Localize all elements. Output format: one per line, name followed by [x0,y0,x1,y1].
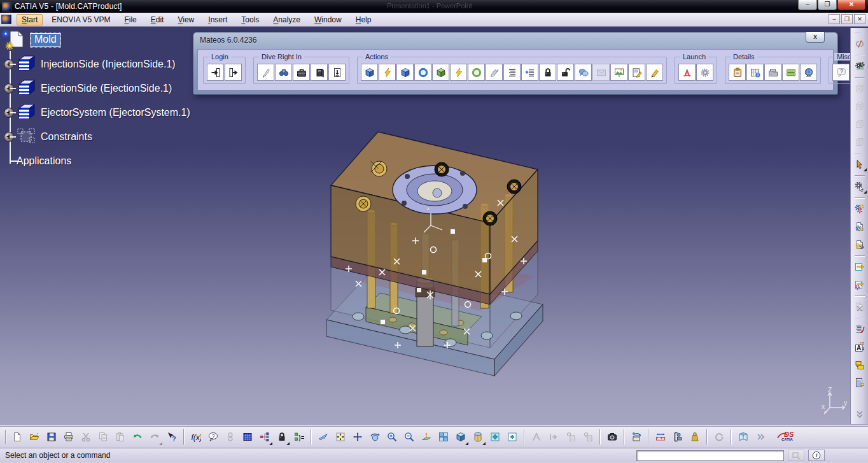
gear-gray-button[interactable] [696,64,713,81]
login-button[interactable] [207,64,224,81]
catalog-box-1-button[interactable] [852,81,867,96]
fit-all-button[interactable] [332,429,349,446]
menu-item-view[interactable]: View [172,14,199,25]
pencil-gray-button[interactable] [486,64,503,81]
menu-item-analyze[interactable]: Analyze [268,14,305,25]
constraint-eq-button[interactable]: }= [290,429,307,446]
mdi-close-button[interactable]: ✕ [854,14,865,24]
new-file-button[interactable] [8,429,25,446]
minimize-button[interactable]: – [798,0,817,10]
book-door-button[interactable] [311,64,328,81]
tree-structure-button[interactable] [256,429,273,446]
launch-a-button[interactable] [678,64,696,81]
dock-window-button[interactable] [788,450,804,461]
table-info-button[interactable]: i [746,64,764,81]
annotation-a15-button[interactable]: A15 [852,339,867,355]
viewport-3d[interactable]: z Mold + InjectionSide (InjectionSide.1)… [0,27,868,425]
binoculars-button[interactable] [275,64,292,81]
menu-item-start[interactable]: Start [17,14,43,25]
picture-button[interactable] [610,64,627,81]
globe-button[interactable] [800,64,817,81]
whats-this-button[interactable]: ? [163,429,180,446]
tree-node-ejectionside[interactable]: + EjectionSide (EjectionSide.1) [4,79,172,98]
select-arrow-button[interactable] [852,157,867,172]
gears-green-button[interactable] [852,59,867,74]
tree-node-constraints[interactable]: + Constraints [4,127,92,146]
camera-button[interactable] [603,429,620,446]
swap-visible-button[interactable] [503,429,521,446]
pan-button[interactable] [349,429,366,446]
info-status-button[interactable]: i [808,450,825,461]
normal-view-button[interactable] [417,429,435,446]
iso-view-button[interactable] [452,429,469,446]
save-button[interactable] [43,429,60,446]
gear-doc-blue-button[interactable] [852,219,867,234]
chat-button[interactable] [575,64,592,81]
bolt-button[interactable] [379,64,396,81]
cube-blue-button[interactable] [361,64,378,81]
bars-green-button[interactable] [782,64,799,81]
folders-yellow-button[interactable] [852,357,867,373]
restore-button[interactable]: ❐ [818,0,837,10]
lock-closed-button[interactable] [539,64,556,81]
menu-item-tools[interactable]: Tools [236,14,264,25]
tree-root-mold[interactable]: Mold [1,29,60,51]
close-button[interactable]: ✕ [837,0,865,10]
catalog-box-3-button[interactable] [852,117,867,132]
copy-list-a-button[interactable] [562,429,579,446]
cut-button[interactable] [77,429,94,446]
toolbar-grip[interactable] [5,430,6,444]
snap-angle-button[interactable] [528,429,545,446]
multi-view-button[interactable] [435,429,452,446]
open-folder-button[interactable] [25,429,43,446]
pencil-gold-button[interactable] [646,64,663,81]
menu-item-insert[interactable]: Insert [203,14,232,25]
qa-bubble-button[interactable]: ? [204,429,221,446]
tree-node-label[interactable]: EjectionSide (EjectionSide.1) [41,83,172,94]
zoom-in-button[interactable] [383,429,400,446]
gear-cursor-button[interactable] [852,179,867,194]
folder-gray-button[interactable] [764,64,781,81]
logout-button[interactable] [225,64,242,81]
list-plus-button[interactable] [521,64,538,81]
menu-item-edit[interactable]: Edit [146,14,169,25]
mdi-restore-button[interactable]: ❐ [841,14,853,24]
mdi-minimize-button[interactable]: – [829,14,840,24]
design-table-button[interactable] [239,429,256,446]
print-button[interactable] [60,429,77,446]
list-lines-button[interactable] [503,64,521,81]
snap-forward-button[interactable] [545,429,562,446]
mass-button[interactable] [686,429,703,446]
measure-item-button[interactable] [669,429,686,446]
gear-doc-yellow-button[interactable] [852,237,867,252]
ring-green-button[interactable] [468,64,485,81]
cube-green-button[interactable] [432,64,449,81]
toolbar-more-button[interactable] [752,429,769,446]
tree-node-injectionside[interactable]: + InjectionSide (InjectionSide.1) [4,55,176,74]
menu-item-window[interactable]: Window [309,14,347,25]
doc-hatch-button[interactable] [852,375,867,390]
catalog-box-2-button[interactable] [852,99,867,114]
power-input-field[interactable] [636,450,784,461]
link-button[interactable] [221,429,239,446]
toolbar-more-button[interactable] [852,406,867,422]
hide-show-button[interactable] [486,429,503,446]
tree-node-ejectorsystem[interactable]: + EjectorSystem (EjectorSystem.1) [4,103,190,122]
briefcase-button[interactable] [293,64,310,81]
lock-open-button[interactable] [557,64,574,81]
toolbar-grip[interactable] [855,32,864,32]
menu-item-help[interactable]: Help [351,14,377,25]
lock-button[interactable] [273,429,290,446]
cube-blue-button[interactable] [396,64,414,81]
paste-button[interactable] [111,429,129,446]
measure-button[interactable] [652,429,669,446]
list-red-arrow-button[interactable] [852,322,867,337]
arrow-doc-button[interactable] [852,259,867,274]
menu-item-file[interactable]: File [119,14,141,25]
refresh-button[interactable] [710,429,727,446]
shading-button[interactable] [469,429,486,446]
doc-export-button[interactable] [328,64,346,81]
mail-button[interactable] [592,64,610,81]
undo-button[interactable] [129,429,146,446]
fly-mode-button[interactable] [314,429,332,446]
